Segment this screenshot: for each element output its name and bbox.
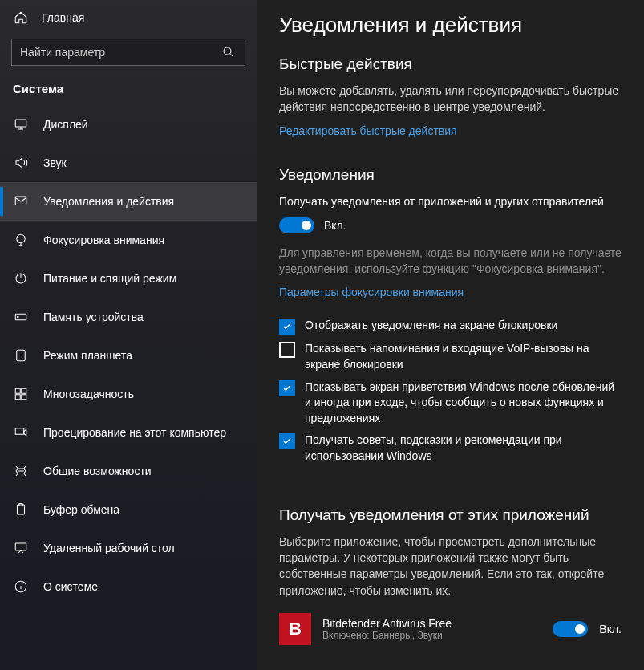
check-row-welcome[interactable]: Показывать экран приветствия Windows пос…	[279, 380, 622, 427]
about-icon	[13, 579, 29, 595]
main-content: Уведомления и действия Быстрые действия …	[257, 0, 644, 670]
sidebar-item-label: Многозадачность	[43, 388, 134, 400]
svg-rect-10	[22, 395, 26, 400]
app-sub: Включено: Баннеры, Звуки	[322, 630, 541, 641]
nav-list: Дисплей Звук Уведомления и действия Фоку…	[0, 105, 257, 670]
sidebar-item-project[interactable]: Проецирование на этот компьютер	[0, 413, 257, 452]
storage-icon	[13, 309, 29, 325]
checkbox[interactable]	[279, 433, 295, 449]
clipboard-icon	[13, 501, 29, 518]
sidebar-item-label: Питание и спящий режим	[43, 272, 176, 285]
sidebar-item-remote[interactable]: Удаленный рабочий стол	[0, 529, 257, 567]
app-name: Bitdefender Antivirus Free	[322, 617, 541, 630]
svg-rect-2	[15, 197, 26, 205]
focus-icon	[13, 232, 29, 248]
sidebar-item-power[interactable]: Питание и спящий режим	[0, 259, 257, 298]
home-icon	[13, 10, 29, 26]
project-icon	[13, 424, 29, 441]
quick-actions-heading: Быстрые действия	[279, 55, 622, 73]
sidebar-item-clipboard[interactable]: Буфер обмена	[0, 490, 257, 529]
edit-quick-actions-link[interactable]: Редактировать быстрые действия	[279, 124, 457, 137]
app-toggle-state: Вкл.	[599, 623, 622, 635]
search-box[interactable]	[11, 39, 245, 66]
sidebar: Главная Система Дисплей Звук Уведомления…	[0, 0, 257, 670]
sidebar-item-label: Режим планшета	[43, 349, 132, 362]
sidebar-item-storage[interactable]: Память устройства	[0, 298, 257, 336]
sidebar-item-label: Буфер обмена	[43, 503, 119, 516]
checkbox[interactable]	[279, 380, 295, 396]
quick-actions-desc: Вы можете добавлять, удалять или переупо…	[279, 83, 622, 116]
app-icon: B	[279, 613, 311, 645]
sidebar-item-shared[interactable]: Общие возможности	[0, 452, 257, 490]
sound-icon	[13, 155, 29, 171]
sidebar-item-label: Звук	[43, 156, 67, 169]
sidebar-item-sound[interactable]: Звук	[0, 144, 257, 182]
check-label: Отображать уведомления на экране блокиро…	[305, 318, 557, 334]
power-icon	[13, 270, 29, 286]
sidebar-item-label: Память устройства	[43, 311, 144, 323]
sidebar-item-about[interactable]: О системе	[0, 567, 257, 606]
svg-rect-11	[15, 428, 24, 435]
check-row-tips[interactable]: Получать советы, подсказки и рекомендаци…	[279, 432, 622, 464]
app-row-bitdefender[interactable]: B Bitdefender Antivirus Free Включено: Б…	[279, 607, 622, 645]
sidebar-item-focus[interactable]: Фокусировка внимания	[0, 221, 257, 259]
notifications-heading: Уведомления	[279, 166, 622, 184]
checkbox[interactable]	[279, 319, 295, 335]
sidebar-item-label: Уведомления и действия	[43, 195, 174, 208]
svg-point-5	[18, 316, 19, 318]
notifications-icon	[13, 193, 29, 209]
check-label: Показывать напоминания и входящие VoIP-в…	[305, 341, 622, 372]
check-row-lockscreen[interactable]: Отображать уведомления на экране блокиро…	[279, 318, 622, 335]
search-icon	[221, 44, 237, 60]
shared-icon	[13, 463, 29, 479]
search-input[interactable]	[20, 46, 221, 59]
sidebar-item-label: Удаленный рабочий стол	[43, 542, 175, 554]
home-link[interactable]: Главная	[0, 0, 257, 34]
sidebar-item-multitask[interactable]: Многозадачность	[0, 375, 257, 413]
remote-icon	[13, 540, 29, 556]
toggle-state-label: Вкл.	[324, 219, 346, 232]
focus-assist-link[interactable]: Параметры фокусировки внимания	[279, 286, 464, 298]
receive-notifications-toggle[interactable]	[279, 217, 314, 233]
svg-rect-1	[15, 120, 26, 127]
checkbox[interactable]	[279, 342, 295, 358]
receive-notifications-label: Получать уведомления от приложений и дру…	[279, 193, 622, 209]
sidebar-item-label: Фокусировка внимания	[43, 233, 164, 246]
app-notifications-heading: Получать уведомления от этих приложений	[279, 506, 622, 524]
tablet-icon	[13, 347, 29, 363]
svg-rect-9	[15, 395, 20, 400]
page-title: Уведомления и действия	[279, 13, 622, 38]
svg-point-0	[224, 47, 231, 55]
focus-assist-desc: Для управления временем, когда вы получа…	[279, 245, 622, 278]
category-header: Система	[0, 77, 257, 105]
check-row-voip[interactable]: Показывать напоминания и входящие VoIP-в…	[279, 341, 622, 372]
check-label: Показывать экран приветствия Windows пос…	[305, 380, 622, 427]
check-label: Получать советы, подсказки и рекомендаци…	[305, 432, 622, 464]
display-icon	[13, 116, 29, 132]
sidebar-item-label: Общие возможности	[43, 465, 152, 477]
sidebar-item-label: Проецирование на этот компьютер	[43, 426, 226, 439]
app-toggle[interactable]	[553, 621, 588, 637]
svg-rect-8	[22, 388, 26, 393]
svg-rect-7	[15, 388, 20, 393]
sidebar-item-notifications[interactable]: Уведомления и действия	[0, 182, 257, 221]
sidebar-item-tablet[interactable]: Режим планшета	[0, 336, 257, 375]
sidebar-item-label: О системе	[43, 580, 98, 593]
sidebar-item-label: Дисплей	[43, 118, 88, 131]
app-notifications-desc: Выберите приложение, чтобы просмотреть д…	[279, 534, 622, 599]
svg-rect-14	[15, 543, 26, 550]
multitask-icon	[13, 386, 29, 402]
home-label: Главная	[42, 11, 84, 24]
sidebar-item-display[interactable]: Дисплей	[0, 105, 257, 144]
